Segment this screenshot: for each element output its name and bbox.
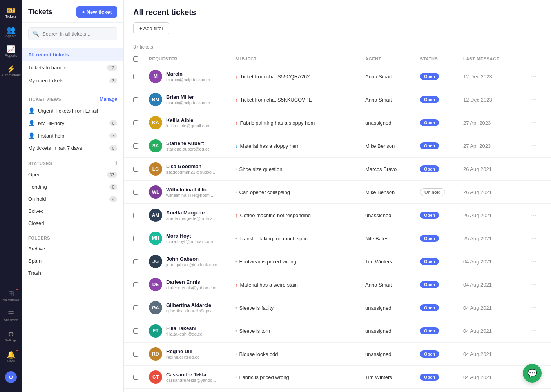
table-row[interactable]: DE Darleen Ennis darleen.ennis@yahoo.com… — [124, 273, 551, 296]
chat-fab-button[interactable]: 💬 — [523, 364, 542, 383]
row-checkbox — [133, 143, 149, 149]
search-input[interactable] — [42, 31, 113, 37]
row-checkbox — [133, 167, 149, 172]
nav-item-reports[interactable]: 📈 Reports — [2, 42, 20, 61]
nav-item-avatar[interactable]: U — [2, 368, 20, 387]
requester-name: Lisa Goodman — [166, 163, 215, 169]
table-row[interactable]: KA Kellia Albie kellia.albie@gmail.com ↑… — [124, 111, 551, 134]
select-all-checkbox[interactable] — [133, 56, 138, 62]
table-row[interactable]: SB Sofia Bakeman sofia.bakeman@qq.cc ↑ Z… — [124, 389, 551, 392]
person-icon: 👤 — [28, 107, 35, 114]
nav-item-tickets[interactable]: 🎫 Tickets — [2, 3, 20, 22]
ticket-view-hipriory[interactable]: 👤 My HiPriory 0 — [22, 117, 123, 129]
table-row[interactable]: GA Gilbertina Aldarcie gilbertina.aldarc… — [124, 296, 551, 319]
table-row[interactable]: AM Anetta Margette anetta.margette@hotma… — [124, 204, 551, 227]
manage-link[interactable]: Manage — [100, 96, 117, 102]
row-select-checkbox[interactable] — [133, 259, 138, 264]
priority-icon: • — [235, 166, 237, 172]
row-select-checkbox[interactable] — [133, 213, 138, 218]
folder-archive[interactable]: Archive — [22, 243, 123, 255]
requester-name: Starlene Aubert — [166, 140, 210, 146]
avatar: BM — [149, 93, 162, 106]
avatar: DE — [149, 278, 162, 291]
row-select-checkbox[interactable] — [133, 97, 138, 102]
row-select-checkbox[interactable] — [133, 375, 138, 380]
row-select-checkbox[interactable] — [133, 167, 138, 172]
last-message-cell: 04 Aug 2021 — [463, 328, 526, 334]
priority-icon: ↓ — [235, 143, 238, 149]
row-select-checkbox[interactable] — [133, 143, 138, 149]
ticket-view-urgent-email[interactable]: 👤 Urgent Tickets From Email — [22, 104, 123, 117]
header-agent: AGENT — [365, 56, 420, 62]
nav-item-marketplace[interactable]: ⊞ Marketplace — [2, 286, 20, 305]
avatar: JG — [149, 255, 162, 268]
row-select-checkbox[interactable] — [133, 352, 138, 357]
subject-cell: ↑ Ticket from chat S5KKUCOVPE — [235, 97, 365, 103]
nav-item-agents[interactable]: 👥 Agents — [2, 23, 20, 42]
new-ticket-button[interactable]: + New ticket — [76, 6, 117, 18]
nav-item-news[interactable]: 🔔 News — [2, 347, 20, 366]
row-actions-button[interactable]: ··· — [526, 258, 542, 265]
folder-trash[interactable]: Trash — [22, 267, 123, 279]
subject-cell: • Sleeve is torn — [235, 328, 365, 334]
requester-info: John Gabson john.gabson@outlook.com — [166, 256, 217, 267]
row-actions-button[interactable]: ··· — [526, 304, 542, 311]
row-select-checkbox[interactable] — [133, 190, 138, 195]
sidebar-item-tickets-to-handle[interactable]: Tickets to handle 12 — [22, 61, 123, 74]
subject-text: Fabric painting has a sloppy hem — [240, 120, 315, 126]
row-actions-button[interactable]: ··· — [526, 350, 542, 358]
row-checkbox — [133, 282, 149, 287]
row-actions-button[interactable]: ··· — [526, 165, 542, 172]
ticket-view-last-7-days[interactable]: My tickets in last 7 days 0 — [22, 142, 123, 154]
status-solved[interactable]: Solved — [22, 205, 123, 217]
table-row[interactable]: SA Starlene Aubert starlene.aubert@qq.cc… — [124, 134, 551, 158]
agent-cell: unassigned — [365, 305, 420, 311]
table-row[interactable]: CT Cassandre Tekla cassandre.tekla@yahoo… — [124, 366, 551, 389]
table-row[interactable]: RD Regine Dill regine.dill@qq.cc • Blous… — [124, 343, 551, 366]
row-actions-button[interactable]: ··· — [526, 73, 542, 80]
requester-name: Filia Takeshi — [166, 325, 202, 331]
row-actions-button[interactable]: ··· — [526, 119, 542, 126]
row-actions-button[interactable]: ··· — [526, 96, 542, 103]
nav-item-automations[interactable]: ⚡ Automations — [2, 62, 20, 81]
row-select-checkbox[interactable] — [133, 120, 138, 125]
priority-icon: • — [235, 374, 237, 380]
filter-bar: + Add filter — [133, 22, 542, 34]
table-row[interactable]: FT Filia Takeshi filia.takeshi@qq.cc • S… — [124, 319, 551, 343]
status-closed[interactable]: Closed — [22, 217, 123, 229]
row-actions-button[interactable]: ··· — [526, 212, 542, 219]
status-cell: Open — [420, 96, 463, 103]
sidebar-item-all-recent[interactable]: All recent tickets — [22, 48, 123, 61]
table-row[interactable]: M Marcin marcin@helpdesk.com ↑ Ticket fr… — [124, 65, 551, 88]
last-message-cell: 27 Apr 2023 — [463, 143, 526, 149]
table-row[interactable]: JG John Gabson john.gabson@outlook.com •… — [124, 250, 551, 273]
ticket-view-instant-help[interactable]: 👤 Instant help 7 — [22, 129, 123, 142]
row-actions-button[interactable]: ··· — [526, 281, 542, 288]
nav-item-subscribe[interactable]: ☰ Subscribe — [2, 307, 20, 325]
row-select-checkbox[interactable] — [133, 305, 138, 310]
status-badge: Open — [420, 350, 439, 358]
table-row[interactable]: MH Mora Hoyt mora.hoyt@hotmail.com • Tra… — [124, 227, 551, 250]
table-row[interactable]: WL Wilhelmina Lilllie wilhelmina.lilllie… — [124, 181, 551, 204]
row-actions-button[interactable]: ··· — [526, 235, 542, 242]
row-select-checkbox[interactable] — [133, 282, 138, 287]
last-message-cell: 04 Aug 2021 — [463, 305, 526, 311]
status-onhold[interactable]: On hold 4 — [22, 193, 123, 205]
status-pending[interactable]: Pending 0 — [22, 181, 123, 193]
table-row[interactable]: LG Lisa Goodman lisagoodman21@outloo... … — [124, 158, 551, 181]
row-select-checkbox[interactable] — [133, 328, 138, 334]
row-actions-button[interactable]: ··· — [526, 327, 542, 334]
header-checkbox — [133, 56, 149, 62]
row-actions-button[interactable]: ··· — [526, 142, 542, 149]
add-filter-button[interactable]: + Add filter — [133, 22, 169, 34]
row-select-checkbox[interactable] — [133, 236, 138, 241]
sidebar-item-my-open-tickets[interactable]: My open tickets 3 — [22, 74, 123, 87]
status-cell: Open — [420, 374, 463, 381]
row-actions-button[interactable]: ··· — [526, 189, 542, 196]
search-box: 🔍 — [28, 27, 117, 40]
nav-item-settings[interactable]: ⚙ Settings — [2, 327, 20, 346]
row-select-checkbox[interactable] — [133, 74, 138, 79]
status-open[interactable]: Open 33 — [22, 169, 123, 181]
folder-spam[interactable]: Spam — [22, 255, 123, 267]
table-row[interactable]: BM Brian Miller marcin@helpdesk.com ↑ Ti… — [124, 88, 551, 111]
